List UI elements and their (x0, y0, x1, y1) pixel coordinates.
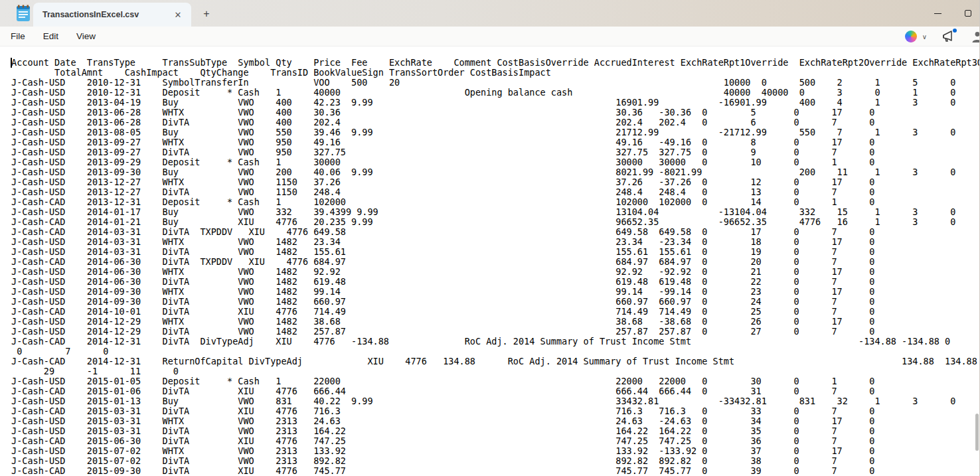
text-line: J-Cash-USD 2014-03-31 DivTA VWO 1482 155… (11, 247, 980, 257)
text-line: J-Cash-USD 2015-03-31 WHTX VWO 2313 24.6… (11, 416, 980, 426)
text-line: J-Cash-CAD 2014-06-30 DivTA TXPDDV XIU 4… (11, 257, 980, 267)
text-line: J-Cash-USD 2013-08-05 Buy VWO 550 39.46 … (11, 127, 980, 137)
text-line: J-Cash-USD 2013-06-28 WHTX VWO 400 30.36… (11, 108, 980, 118)
text-line: J-Cash-USD 2013-09-27 WHTX VWO 950 49.16… (11, 137, 980, 147)
menu-edit[interactable]: Edit (43, 31, 58, 41)
text-line: J-Cash-USD 2013-09-27 DivTA VWO 950 327.… (11, 147, 980, 157)
text-line: J-Cash-USD 2013-06-28 DivTA VWO 400 202.… (11, 118, 980, 127)
text-line: 0 7 0 (11, 347, 980, 357)
text-line: J-Cash-USD 2014-01-17 Buy VWO 332 39.439… (11, 207, 980, 217)
person-icon (971, 30, 980, 43)
text-line: J-Cash-USD 2013-12-27 WHTX VWO 1150 37.2… (11, 177, 980, 187)
menu-view[interactable]: View (76, 31, 96, 41)
titlebar[interactable]: TransactionsInExcel.csv ✕ + (0, 0, 980, 27)
text-line: J-Cash-USD 2014-09-30 DivTA VWO 1482 660… (11, 297, 980, 307)
notification-dot (953, 29, 957, 33)
notepad-icon (16, 5, 31, 22)
text-line: J-Cash-USD 2015-01-05 Deposit * Cash 1 2… (11, 376, 980, 386)
account-button[interactable] (971, 30, 980, 43)
text-line: J-Cash-CAD 2015-09-30 DivTA XIU 4776 745… (11, 466, 980, 476)
feedback-button[interactable] (941, 30, 956, 43)
text-line: J-Cash-CAD 2013-12-31 Deposit * Cash 1 1… (11, 197, 980, 207)
text-line: J-Cash-CAD 2014-12-31 DivTA DivTypeAdj X… (11, 337, 980, 347)
text-line: J-Cash-USD 2013-12-27 DivTA VWO 1150 248… (11, 187, 980, 197)
tab-transactionsinexcel[interactable]: TransactionsInExcel.csv ✕ (33, 3, 191, 27)
new-tab-button[interactable]: + (199, 7, 214, 21)
text-line: J-Cash-USD 2010-12-31 Deposit * Cash 1 4… (11, 88, 980, 98)
text-line: J-Cash-CAD 2014-03-31 DivTA TXPDDV XIU 4… (11, 227, 980, 237)
text-line: J-Cash-USD 2013-09-29 Deposit * Cash 1 3… (11, 157, 980, 167)
text-editor[interactable]: Account Date TransType TransSubType Symb… (0, 46, 980, 476)
text-line: J-Cash-CAD 2014-10-01 DivTA XIU 4776 714… (11, 307, 980, 317)
menubar-icons: ∨ (905, 27, 980, 46)
copilot-button[interactable]: ∨ (905, 31, 927, 42)
minimize-icon (934, 13, 941, 14)
text-line: J-Cash-USD 2014-09-30 WHTX VWO 1482 99.1… (11, 287, 980, 297)
document-text[interactable]: Account Date TransType TransSubType Symb… (11, 58, 980, 476)
text-line: J-Cash-CAD 2014-01-21 Buy XIU 4776 20.23… (11, 217, 980, 227)
text-line: TotalAmnt CashImpact QtyChange TransID B… (11, 68, 980, 78)
text-line: J-Cash-CAD 2015-06-30 DivTA XIU 4776 747… (11, 436, 980, 446)
text-line: Account Date TransType TransSubType Symb… (11, 58, 980, 68)
text-line: J-Cash-USD 2014-03-31 WHTX VWO 1482 23.3… (11, 237, 980, 247)
chevron-down-icon: ∨ (922, 33, 927, 40)
text-line: J-Cash-USD 2015-07-02 WHTX VWO 2313 133.… (11, 446, 980, 456)
text-line: J-Cash-USD 2014-06-30 DivTA VWO 1482 619… (11, 277, 980, 287)
text-line: J-Cash-USD 2013-09-30 Buy VWO 200 40.06 … (11, 167, 980, 177)
maximize-button[interactable] (953, 0, 980, 27)
text-line: J-Cash-USD 2014-12-29 DivTA VWO 1482 257… (11, 327, 980, 337)
text-line: J-Cash-USD 2013-04-19 Buy VWO 400 42.23 … (11, 98, 980, 108)
text-line: J-Cash-USD 2015-07-02 DivTA VWO 2313 892… (11, 456, 980, 466)
tab-close-icon[interactable]: ✕ (170, 7, 186, 23)
text-caret (11, 58, 12, 68)
text-line: J-Cash-USD 2015-01-13 Buy VWO 831 40.22 … (11, 396, 980, 406)
text-line: J-Cash-CAD 2015-03-31 DivTA XIU 4776 716… (11, 406, 980, 416)
copilot-icon (905, 31, 917, 42)
minimize-button[interactable] (923, 0, 952, 27)
text-line: 29 -1 11 0 (11, 366, 980, 376)
vertical-scrollbar-thumb[interactable] (975, 414, 979, 451)
notepad-window: { "window": { "tab_title": "Transactions… (0, 0, 980, 476)
text-line: J-Cash-USD 2014-06-30 WHTX VWO 1482 92.9… (11, 267, 980, 277)
text-line: J-Cash-USD 2015-03-31 DivTA VWO 2313 164… (11, 426, 980, 436)
tab-title: TransactionsInExcel.csv (33, 10, 170, 19)
maximize-icon (965, 10, 971, 17)
plus-icon: + (203, 8, 209, 20)
text-line: J-Cash-CAD 2015-01-06 DivTA XIU 4776 666… (11, 386, 980, 396)
text-line: J-Cash-USD 2010-12-31 SymbolTransferIn V… (11, 78, 980, 88)
text-line: J-Cash-CAD 2014-12-31 ReturnOfCapital Di… (11, 357, 980, 366)
text-line: J-Cash-USD 2014-12-29 WHTX VWO 1482 38.6… (11, 317, 980, 327)
menu-file[interactable]: File (11, 31, 25, 41)
menubar: File Edit View ∨ (0, 27, 980, 46)
